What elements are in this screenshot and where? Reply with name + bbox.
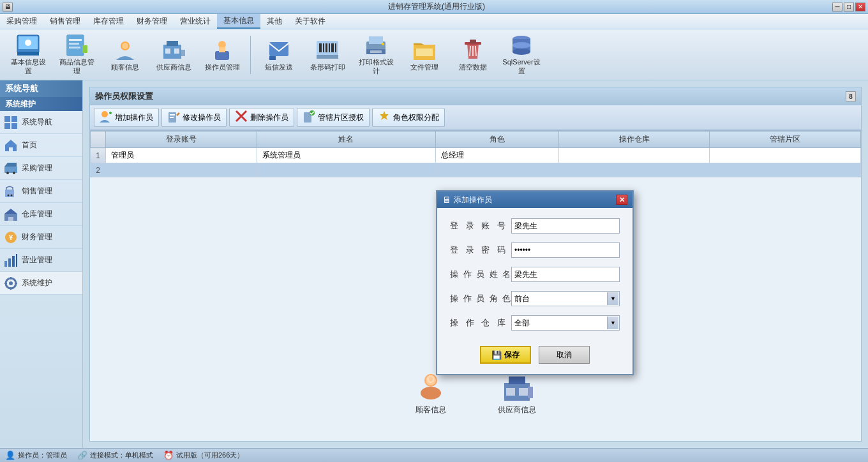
- toolbar-basic-settings[interactable]: 基本信息设置: [5, 33, 51, 77]
- menu-inventory[interactable]: 库存管理: [87, 14, 130, 29]
- table-row[interactable]: 1 管理员 系统管理员 总经理: [91, 148, 861, 163]
- menu-sales[interactable]: 销售管理: [43, 14, 87, 29]
- svg-rect-89: [528, 387, 533, 398]
- cancel-button[interactable]: 取消: [539, 346, 590, 364]
- dialog-title-bar: 🖥 添加操作员 ✕: [437, 191, 632, 208]
- toolbar-sqlserver[interactable]: SqlServer设置: [498, 33, 544, 77]
- menu-basic[interactable]: 基本信息: [217, 14, 260, 29]
- app-icon: 🖥: [3, 3, 13, 11]
- menu-stats[interactable]: 营业统计: [174, 14, 217, 29]
- sidebar-item-home[interactable]: 首页: [0, 134, 82, 157]
- svg-point-51: [6, 172, 9, 174]
- svg-rect-38: [470, 40, 476, 43]
- row-warehouse-2: [558, 163, 710, 177]
- svg-rect-25: [326, 43, 327, 52]
- nav-icon-finance: ¥: [4, 230, 18, 244]
- sidebar-system-label: 系统维护: [22, 278, 52, 288]
- sidebar-item-sales[interactable]: 销售管理: [0, 180, 82, 203]
- role-label: 操 作 员 角 色：: [450, 293, 507, 304]
- menu-other[interactable]: 其他: [260, 14, 288, 29]
- status-bar: 👤 操作员：管理员 🔗 连接模式：单机模式 ⏰ 试用版（可用266天）: [0, 448, 868, 462]
- svg-point-70: [101, 111, 108, 117]
- role-select[interactable]: 前台 总经理 仓库管理员 财务: [511, 291, 620, 306]
- toolbar-print-design[interactable]: 打印格式设计: [353, 33, 399, 77]
- toolbar-clear-data[interactable]: 清空数据: [450, 33, 496, 77]
- goods-info-icon: [64, 34, 89, 57]
- title-bar: 🖥 进销存管理系统(通用行业版) ─ □ ✕: [0, 0, 868, 14]
- svg-rect-2: [17, 52, 39, 56]
- svg-rect-29: [317, 55, 338, 59]
- warehouse-select[interactable]: 全部 仓库1 仓库2: [511, 315, 620, 331]
- svg-point-82: [421, 387, 441, 399]
- customer-info-shortcut[interactable]: 顾客信息: [415, 370, 447, 415]
- cancel-label: 取消: [557, 350, 572, 361]
- dialog-close-button[interactable]: ✕: [616, 195, 627, 205]
- sidebar-item-finance[interactable]: ¥ 财务管理: [0, 226, 82, 249]
- svg-line-39: [470, 46, 470, 56]
- area-auth-button[interactable]: 管辖片区授权: [297, 108, 370, 127]
- delete-operator-button[interactable]: 删除操作员: [229, 108, 294, 127]
- table-row-2[interactable]: 2: [91, 163, 861, 177]
- toolbar-sqlserver-label: SqlServer设置: [502, 58, 541, 75]
- password-input[interactable]: [511, 242, 620, 258]
- sidebar-item-purchase[interactable]: 采购管理: [0, 157, 82, 180]
- svg-rect-5: [67, 35, 84, 56]
- sidebar-item-warehouse[interactable]: 仓库管理: [0, 203, 82, 226]
- sidebar-warehouse-label: 仓库管理: [22, 209, 52, 220]
- menu-purchase[interactable]: 采购管理: [0, 14, 43, 29]
- toolbar-operator[interactable]: 操作员管理: [199, 33, 245, 77]
- edit-operator-button[interactable]: 修改操作员: [161, 108, 227, 127]
- menu-finance[interactable]: 财务管理: [130, 14, 174, 29]
- sidebar-item-business[interactable]: 营业管理: [0, 249, 82, 272]
- svg-point-44: [513, 48, 530, 55]
- supplier-info-shortcut[interactable]: 供应商信息: [498, 370, 536, 415]
- svg-rect-15: [174, 48, 179, 54]
- area-auth-icon: [303, 110, 315, 125]
- dialog-title: 添加操作员: [454, 195, 492, 205]
- toolbar-supplier[interactable]: 供应商信息: [151, 33, 197, 77]
- svg-rect-26: [329, 43, 330, 52]
- toolbar-file-manage[interactable]: 文件管理: [401, 33, 447, 77]
- maximize-button[interactable]: □: [844, 3, 854, 11]
- svg-line-41: [475, 46, 476, 56]
- svg-rect-9: [82, 45, 87, 53]
- add-operator-button[interactable]: 增加操作员: [94, 108, 159, 127]
- svg-point-65: [9, 281, 13, 285]
- sms-icon: [266, 38, 292, 62]
- barcode-icon: [315, 38, 340, 62]
- minimize-button[interactable]: ─: [832, 3, 842, 11]
- svg-rect-6: [69, 39, 82, 41]
- area-auth-label: 管辖片区授权: [318, 112, 364, 123]
- menu-about[interactable]: 关于软件: [288, 14, 332, 29]
- nav-icon-nav: [4, 116, 18, 130]
- supplier-info-label: 供应商信息: [498, 405, 536, 415]
- svg-rect-20: [269, 42, 288, 56]
- account-input[interactable]: [511, 218, 620, 234]
- name-input[interactable]: [511, 267, 620, 282]
- nav-icon-sales: [4, 184, 18, 198]
- svg-rect-18: [215, 51, 229, 60]
- sqlserver-icon: [509, 34, 534, 57]
- table-wrapper: 登录账号 姓名 角色 操作仓库 管辖片区 1 管理员 系统管理员 总经理: [90, 131, 861, 177]
- panel-close-button[interactable]: 8: [846, 91, 856, 101]
- svg-rect-13: [167, 41, 178, 46]
- delete-operator-icon: [235, 110, 248, 125]
- toolbar-customer[interactable]: 顾客信息: [102, 33, 148, 77]
- col-account: 登录账号: [106, 131, 257, 148]
- row-name-2: [257, 163, 435, 177]
- svg-rect-46: [4, 116, 10, 122]
- sidebar-item-system[interactable]: 系统维护: [0, 272, 82, 295]
- add-operator-dialog: 🖥 添加操作员 ✕ 登 录 账 号： 登 录 密 码： 操 作 员: [436, 190, 634, 375]
- toolbar-barcode[interactable]: 条形码打印: [304, 33, 350, 77]
- toolbar-goods-info[interactable]: 商品信息管理: [54, 33, 100, 77]
- save-button[interactable]: 💾 保存: [480, 346, 531, 364]
- sidebar-item-nav[interactable]: 系统导航: [0, 111, 82, 134]
- form-row-role: 操 作 员 角 色： 前台 总经理 仓库管理员 财务 ▼: [450, 291, 620, 306]
- row-area-2: [710, 163, 861, 177]
- toolbar-sms[interactable]: 短信发送: [256, 33, 302, 77]
- svg-rect-7: [69, 43, 79, 45]
- svg-point-54: [8, 194, 10, 196]
- sidebar-sales-label: 销售管理: [22, 186, 52, 197]
- role-perm-button[interactable]: 角色权限分配: [372, 108, 445, 127]
- close-window-button[interactable]: ✕: [855, 3, 865, 11]
